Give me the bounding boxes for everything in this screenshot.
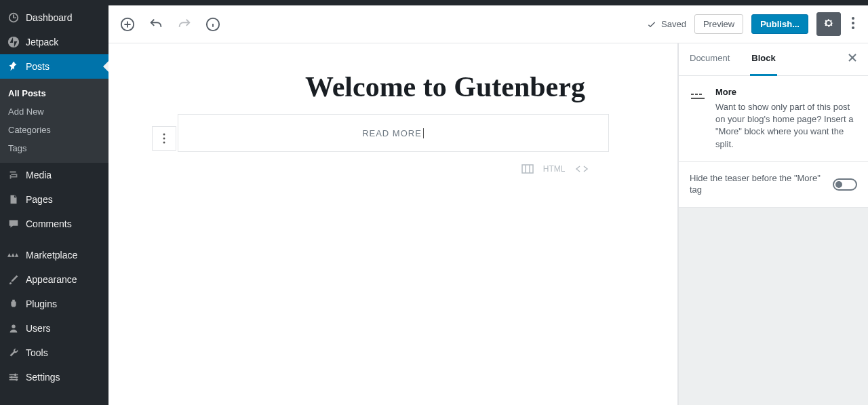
wrench-icon bbox=[7, 346, 20, 360]
sidebar-item-media[interactable]: Media bbox=[0, 163, 108, 187]
svg-point-4 bbox=[16, 379, 18, 381]
sidebar-item-tools[interactable]: Tools bbox=[0, 341, 108, 365]
dots-vertical-icon bbox=[163, 133, 165, 144]
info-button[interactable] bbox=[205, 16, 221, 33]
sidebar-label: Posts bbox=[26, 61, 50, 72]
editor: Saved Preview Publish... Welcome to Gute… bbox=[108, 5, 868, 405]
more-block-icon bbox=[690, 87, 706, 151]
svg-point-1 bbox=[12, 325, 15, 328]
post-title[interactable]: Welcome to Gutenberg bbox=[305, 71, 677, 103]
svg-rect-17 bbox=[691, 98, 705, 99]
sidebar-item-pages[interactable]: Pages bbox=[0, 187, 108, 212]
settings-sidebar: Document Block More Want to show only pa… bbox=[678, 43, 868, 405]
undo-button[interactable] bbox=[148, 16, 164, 33]
hide-teaser-row: Hide the teaser before the "More" tag bbox=[690, 173, 857, 196]
sidebar-label: Marketplace bbox=[26, 250, 77, 261]
redo-button[interactable] bbox=[176, 16, 193, 33]
sidebar-label: Comments bbox=[26, 218, 72, 229]
sidebar-label: Jetpack bbox=[26, 37, 58, 47]
pin-icon bbox=[7, 60, 20, 73]
svg-point-8 bbox=[852, 22, 854, 24]
tab-document[interactable]: Document bbox=[679, 43, 741, 75]
sidebar-label: Dashboard bbox=[26, 12, 73, 23]
svg-rect-15 bbox=[695, 94, 698, 95]
columns-button[interactable] bbox=[521, 164, 534, 174]
settings-button[interactable] bbox=[816, 12, 841, 36]
add-block-button[interactable] bbox=[119, 16, 136, 33]
sidebar-item-jetpack[interactable]: Jetpack bbox=[0, 30, 108, 54]
saved-indicator: Saved bbox=[646, 19, 686, 30]
svg-point-7 bbox=[852, 17, 854, 20]
brush-icon bbox=[7, 273, 20, 286]
close-settings-button[interactable] bbox=[837, 43, 868, 75]
sidebar-label: Tools bbox=[26, 347, 48, 358]
settings-tabs: Document Block bbox=[679, 43, 868, 76]
check-icon bbox=[646, 19, 657, 30]
saved-label: Saved bbox=[661, 19, 686, 29]
block-name: More bbox=[715, 87, 857, 97]
svg-point-12 bbox=[163, 142, 165, 144]
jetpack-icon bbox=[7, 35, 20, 49]
marketplace-icon bbox=[7, 248, 20, 262]
svg-point-11 bbox=[163, 138, 165, 140]
sidebar-item-appearance[interactable]: Appearance bbox=[0, 267, 108, 292]
submenu-add-new[interactable]: Add New bbox=[0, 102, 108, 121]
svg-rect-13 bbox=[522, 165, 533, 173]
sidebar-item-marketplace[interactable]: Marketplace bbox=[0, 243, 108, 267]
block-description: Want to show only part of this post on y… bbox=[715, 101, 857, 151]
more-block[interactable]: READ MORE bbox=[178, 114, 609, 152]
html-button[interactable]: HTML bbox=[543, 164, 566, 174]
publish-button[interactable]: Publish... bbox=[751, 14, 808, 34]
settings-slider-icon bbox=[7, 370, 20, 384]
page-icon bbox=[7, 193, 20, 206]
sidebar-label: Settings bbox=[26, 372, 60, 383]
svg-point-9 bbox=[852, 26, 854, 29]
sidebar-item-settings[interactable]: Settings bbox=[0, 365, 108, 389]
svg-point-3 bbox=[11, 376, 14, 379]
code-button[interactable] bbox=[575, 164, 589, 174]
block-info: More Want to show only part of this post… bbox=[690, 87, 857, 151]
svg-rect-16 bbox=[699, 94, 702, 95]
media-icon bbox=[7, 168, 20, 182]
close-icon bbox=[848, 53, 857, 62]
block-bottom-toolbar: HTML bbox=[178, 164, 609, 174]
preview-button[interactable]: Preview bbox=[694, 14, 743, 34]
sidebar-item-posts[interactable]: Posts bbox=[0, 54, 108, 79]
svg-point-10 bbox=[163, 134, 165, 136]
gear-icon bbox=[823, 17, 835, 29]
editor-toolbar: Saved Preview Publish... bbox=[108, 5, 868, 43]
svg-point-0 bbox=[8, 37, 19, 47]
sidebar-label: Pages bbox=[26, 194, 53, 205]
submenu-all-posts[interactable]: All Posts bbox=[0, 84, 108, 102]
more-block-text: READ MORE bbox=[362, 128, 424, 138]
sidebar-label: Appearance bbox=[26, 274, 77, 285]
block-options-button[interactable] bbox=[152, 126, 176, 151]
sidebar-item-users[interactable]: Users bbox=[0, 316, 108, 341]
plug-icon bbox=[7, 297, 20, 311]
admin-sidebar: Dashboard Jetpack Posts All Posts Add Ne… bbox=[0, 5, 108, 405]
more-menu-button[interactable] bbox=[849, 14, 857, 34]
sidebar-label: Users bbox=[26, 323, 51, 334]
sidebar-label: Media bbox=[26, 170, 52, 180]
hide-teaser-label: Hide the teaser before the "More" tag bbox=[690, 173, 826, 196]
columns-icon bbox=[521, 164, 534, 174]
dots-vertical-icon bbox=[852, 17, 854, 29]
tab-block[interactable]: Block bbox=[741, 43, 786, 75]
hide-teaser-toggle[interactable] bbox=[833, 178, 857, 191]
editor-canvas[interactable]: Welcome to Gutenberg READ MORE HTML bbox=[108, 43, 678, 405]
user-icon bbox=[7, 322, 20, 335]
submenu-categories[interactable]: Categories bbox=[0, 121, 108, 139]
code-icon bbox=[575, 164, 589, 174]
sidebar-label: Plugins bbox=[26, 298, 57, 309]
sidebar-item-comments[interactable]: Comments bbox=[0, 212, 108, 236]
comment-icon bbox=[7, 217, 20, 231]
svg-rect-14 bbox=[691, 94, 694, 95]
dashboard-icon bbox=[7, 11, 20, 24]
sidebar-item-plugins[interactable]: Plugins bbox=[0, 292, 108, 316]
submenu-tags[interactable]: Tags bbox=[0, 139, 108, 157]
posts-submenu: All Posts Add New Categories Tags bbox=[0, 79, 108, 163]
svg-point-2 bbox=[14, 374, 17, 377]
sidebar-item-dashboard[interactable]: Dashboard bbox=[0, 5, 108, 30]
